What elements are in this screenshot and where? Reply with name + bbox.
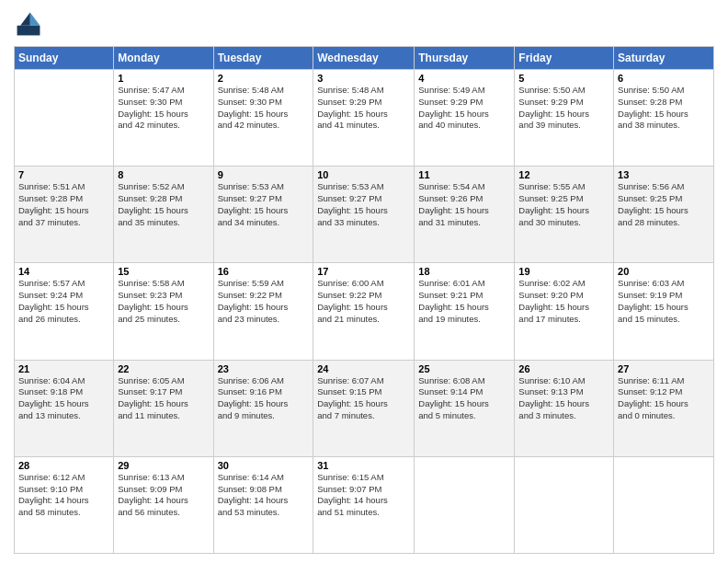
day-number: 19: [518, 266, 609, 277]
day-number: 23: [218, 363, 310, 374]
calendar-cell: 5Sunrise: 5:50 AMSunset: 9:29 PMDaylight…: [515, 70, 614, 167]
day-number: 16: [218, 266, 310, 277]
calendar-cell: 12Sunrise: 5:55 AMSunset: 9:25 PMDayligh…: [515, 167, 614, 263]
calendar-cell: 14Sunrise: 5:57 AMSunset: 9:24 PMDayligh…: [15, 263, 114, 360]
day-info: Sunrise: 6:07 AMSunset: 9:15 PMDaylight:…: [317, 375, 410, 422]
day-info: Sunrise: 5:50 AMSunset: 9:29 PMDaylight:…: [518, 85, 609, 132]
svg-marker-0: [30, 13, 40, 26]
logo-icon: [14, 9, 43, 39]
day-info: Sunrise: 6:06 AMSunset: 9:16 PMDaylight:…: [218, 375, 310, 422]
calendar-cell: 30Sunrise: 6:14 AMSunset: 9:08 PMDayligh…: [213, 456, 313, 553]
calendar-cell: 29Sunrise: 6:13 AMSunset: 9:09 PMDayligh…: [114, 456, 213, 553]
day-info: Sunrise: 5:53 AMSunset: 9:27 PMDaylight:…: [317, 181, 410, 228]
day-info: Sunrise: 6:13 AMSunset: 9:09 PMDaylight:…: [118, 472, 209, 519]
day-number: 7: [18, 169, 109, 180]
day-number: 18: [418, 266, 510, 277]
col-header-tuesday: Tuesday: [213, 47, 313, 70]
day-number: 9: [218, 169, 310, 180]
calendar-cell: 21Sunrise: 6:04 AMSunset: 9:18 PMDayligh…: [15, 360, 114, 456]
day-number: 30: [218, 460, 310, 471]
day-info: Sunrise: 5:53 AMSunset: 9:27 PMDaylight:…: [218, 181, 310, 228]
calendar-cell: 28Sunrise: 6:12 AMSunset: 9:10 PMDayligh…: [15, 456, 114, 553]
calendar-cell: 19Sunrise: 6:02 AMSunset: 9:20 PMDayligh…: [515, 263, 614, 360]
calendar-cell: 20Sunrise: 6:03 AMSunset: 9:19 PMDayligh…: [614, 263, 714, 360]
svg-marker-1: [20, 13, 30, 26]
day-number: 31: [317, 460, 410, 471]
day-number: 2: [218, 73, 310, 84]
day-info: Sunrise: 5:55 AMSunset: 9:25 PMDaylight:…: [518, 181, 609, 228]
week-row-3: 14Sunrise: 5:57 AMSunset: 9:24 PMDayligh…: [15, 263, 714, 360]
logo: [14, 9, 47, 39]
day-number: 8: [118, 169, 209, 180]
day-number: 24: [317, 363, 410, 374]
day-info: Sunrise: 5:54 AMSunset: 9:26 PMDaylight:…: [418, 181, 510, 228]
day-number: 4: [418, 73, 510, 84]
day-number: 22: [118, 363, 209, 374]
col-header-wednesday: Wednesday: [313, 47, 415, 70]
week-row-2: 7Sunrise: 5:51 AMSunset: 9:28 PMDaylight…: [15, 167, 714, 263]
day-number: 27: [618, 363, 710, 374]
calendar-cell: 9Sunrise: 5:53 AMSunset: 9:27 PMDaylight…: [213, 167, 313, 263]
day-info: Sunrise: 5:57 AMSunset: 9:24 PMDaylight:…: [18, 278, 109, 325]
calendar-cell: [515, 456, 614, 553]
calendar-cell: 15Sunrise: 5:58 AMSunset: 9:23 PMDayligh…: [114, 263, 213, 360]
day-info: Sunrise: 6:05 AMSunset: 9:17 PMDaylight:…: [118, 375, 209, 422]
calendar-cell: 6Sunrise: 5:50 AMSunset: 9:28 PMDaylight…: [614, 70, 714, 167]
calendar-table: SundayMondayTuesdayWednesdayThursdayFrid…: [14, 46, 714, 554]
calendar-cell: 25Sunrise: 6:08 AMSunset: 9:14 PMDayligh…: [415, 360, 515, 456]
calendar-cell: 16Sunrise: 5:59 AMSunset: 9:22 PMDayligh…: [213, 263, 313, 360]
day-number: 29: [118, 460, 209, 471]
day-info: Sunrise: 6:03 AMSunset: 9:19 PMDaylight:…: [618, 278, 710, 325]
calendar-cell: 18Sunrise: 6:01 AMSunset: 9:21 PMDayligh…: [415, 263, 515, 360]
day-info: Sunrise: 5:56 AMSunset: 9:25 PMDaylight:…: [618, 181, 710, 228]
calendar-cell: 24Sunrise: 6:07 AMSunset: 9:15 PMDayligh…: [313, 360, 415, 456]
day-number: 11: [418, 169, 510, 180]
day-info: Sunrise: 6:14 AMSunset: 9:08 PMDaylight:…: [218, 472, 310, 519]
day-info: Sunrise: 6:12 AMSunset: 9:10 PMDaylight:…: [18, 472, 109, 519]
day-number: 14: [18, 266, 109, 277]
day-info: Sunrise: 6:08 AMSunset: 9:14 PMDaylight:…: [418, 375, 510, 422]
day-number: 21: [18, 363, 109, 374]
day-number: 25: [418, 363, 510, 374]
day-info: Sunrise: 5:49 AMSunset: 9:29 PMDaylight:…: [418, 85, 510, 132]
day-info: Sunrise: 5:47 AMSunset: 9:30 PMDaylight:…: [118, 85, 209, 132]
calendar-cell: 7Sunrise: 5:51 AMSunset: 9:28 PMDaylight…: [15, 167, 114, 263]
day-info: Sunrise: 6:04 AMSunset: 9:18 PMDaylight:…: [18, 375, 109, 422]
calendar-cell: [614, 456, 714, 553]
day-number: 20: [618, 266, 710, 277]
calendar-cell: 10Sunrise: 5:53 AMSunset: 9:27 PMDayligh…: [313, 167, 415, 263]
calendar-cell: 27Sunrise: 6:11 AMSunset: 9:12 PMDayligh…: [614, 360, 714, 456]
calendar-page: SundayMondayTuesdayWednesdayThursdayFrid…: [0, 0, 728, 563]
col-header-friday: Friday: [515, 47, 614, 70]
col-header-monday: Monday: [114, 47, 213, 70]
day-info: Sunrise: 6:00 AMSunset: 9:22 PMDaylight:…: [317, 278, 410, 325]
calendar-cell: 22Sunrise: 6:05 AMSunset: 9:17 PMDayligh…: [114, 360, 213, 456]
calendar-cell: 1Sunrise: 5:47 AMSunset: 9:30 PMDaylight…: [114, 70, 213, 167]
calendar-cell: 3Sunrise: 5:48 AMSunset: 9:29 PMDaylight…: [313, 70, 415, 167]
calendar-cell: 11Sunrise: 5:54 AMSunset: 9:26 PMDayligh…: [415, 167, 515, 263]
col-header-saturday: Saturday: [614, 47, 714, 70]
day-number: 26: [518, 363, 609, 374]
day-number: 6: [618, 73, 710, 84]
day-info: Sunrise: 6:15 AMSunset: 9:07 PMDaylight:…: [317, 472, 410, 519]
header-row: SundayMondayTuesdayWednesdayThursdayFrid…: [15, 47, 714, 70]
calendar-cell: 31Sunrise: 6:15 AMSunset: 9:07 PMDayligh…: [313, 456, 415, 553]
week-row-5: 28Sunrise: 6:12 AMSunset: 9:10 PMDayligh…: [15, 456, 714, 553]
calendar-cell: 17Sunrise: 6:00 AMSunset: 9:22 PMDayligh…: [313, 263, 415, 360]
calendar-cell: 4Sunrise: 5:49 AMSunset: 9:29 PMDaylight…: [415, 70, 515, 167]
day-info: Sunrise: 6:02 AMSunset: 9:20 PMDaylight:…: [518, 278, 609, 325]
svg-rect-2: [17, 26, 40, 36]
day-info: Sunrise: 5:52 AMSunset: 9:28 PMDaylight:…: [118, 181, 209, 228]
col-header-thursday: Thursday: [415, 47, 515, 70]
day-number: 5: [518, 73, 609, 84]
day-info: Sunrise: 6:11 AMSunset: 9:12 PMDaylight:…: [618, 375, 710, 422]
day-number: 13: [618, 169, 710, 180]
day-number: 10: [317, 169, 410, 180]
calendar-cell: 13Sunrise: 5:56 AMSunset: 9:25 PMDayligh…: [614, 167, 714, 263]
day-info: Sunrise: 6:10 AMSunset: 9:13 PMDaylight:…: [518, 375, 609, 422]
header: [14, 9, 714, 39]
calendar-cell: [15, 70, 114, 167]
calendar-cell: 23Sunrise: 6:06 AMSunset: 9:16 PMDayligh…: [213, 360, 313, 456]
week-row-1: 1Sunrise: 5:47 AMSunset: 9:30 PMDaylight…: [15, 70, 714, 167]
col-header-sunday: Sunday: [15, 47, 114, 70]
